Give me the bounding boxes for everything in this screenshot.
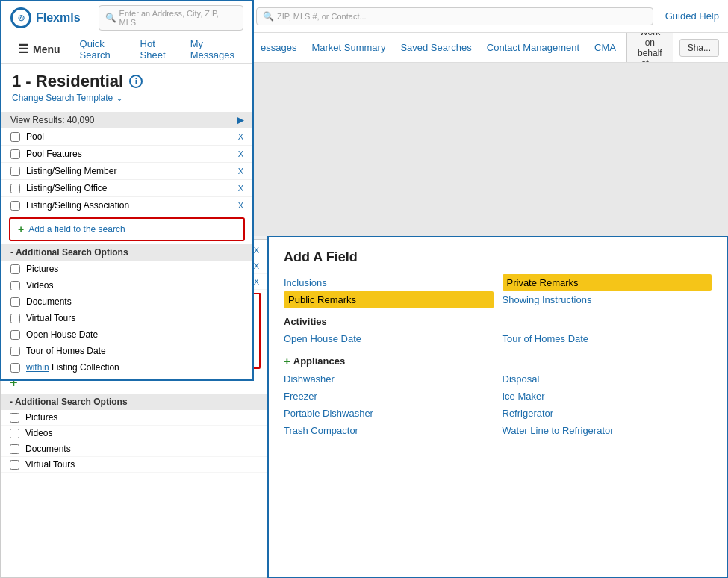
documents-checkbox[interactable] <box>10 297 20 307</box>
panel-title-text: 1 - Residential <box>12 72 123 91</box>
logo-text: Flexmls <box>36 11 81 25</box>
guided-help-link[interactable]: Guided Help <box>665 10 719 22</box>
field-label: Videos <box>25 428 52 438</box>
listing-selling-member-checkbox[interactable] <box>10 167 20 176</box>
videos-checkbox[interactable] <box>10 281 20 290</box>
field-label: Virtual Tours <box>25 459 75 470</box>
dishwasher-item[interactable]: Dishwasher <box>284 370 494 388</box>
sp-additional-options-header: - Additional Search Options <box>1 394 268 410</box>
open-house-date-item[interactable]: Open House Date <box>284 330 494 347</box>
trash-compactor-item[interactable]: Trash Compactor <box>284 422 494 439</box>
work-on-behalf-button[interactable]: Work on behalf of ... <box>626 33 673 63</box>
sp-additional-label: - Additional Search Options <box>10 397 128 407</box>
refrigerator-item[interactable]: Refrigerator <box>503 405 712 422</box>
hot-sheet-link[interactable]: Hot Sheet <box>131 34 178 65</box>
list-item: Videos <box>1 426 268 441</box>
field-name: Listing/Selling Member <box>26 166 235 176</box>
messages-link[interactable]: essages <box>256 39 301 56</box>
info-icon[interactable]: i <box>129 75 143 88</box>
add-field-label: Add a field to the search <box>28 224 125 234</box>
disposal-item[interactable]: Disposal <box>503 370 712 388</box>
table-row: Pool X <box>1 128 252 146</box>
sp-documents-checkbox[interactable] <box>10 444 19 454</box>
field-label: Documents <box>26 296 72 307</box>
listing-selling-office-checkbox[interactable] <box>10 184 20 193</box>
remove-field-icon[interactable]: X <box>235 184 243 193</box>
tr-content-area <box>247 63 728 236</box>
public-remarks-item[interactable]: Public Remarks <box>284 291 494 308</box>
tr-second-nav: essages Market Summary Saved Searches Co… <box>247 33 728 63</box>
listing-selling-assoc-checkbox[interactable] <box>10 201 20 211</box>
tr-search-bar[interactable]: 🔍 ZIP, MLS #, or Contact... <box>256 7 653 25</box>
list-item: Videos <box>1 277 252 293</box>
sp-virtual-tours-checkbox[interactable] <box>10 460 19 470</box>
private-remarks-item[interactable]: Private Remarks <box>503 274 712 291</box>
appliances-col1: Dishwasher Freezer Portable Dishwasher T… <box>284 370 494 439</box>
sp-videos-checkbox[interactable] <box>10 429 19 438</box>
list-item: Pictures <box>1 261 252 277</box>
add-field-top-items: Inclusions Public Remarks Private Remark… <box>284 274 712 308</box>
list-item: within Listing Collection <box>1 359 252 376</box>
quick-search-link[interactable]: Quick Search <box>71 34 128 65</box>
hamburger-icon: ☰ <box>18 42 28 56</box>
activities-section-title: Activities <box>284 316 712 327</box>
list-item: Tour of Homes Date <box>1 343 252 359</box>
pictures-checkbox[interactable] <box>10 264 20 274</box>
list-item: Virtual Tours <box>1 457 268 473</box>
portable-dishwasher-item[interactable]: Portable Dishwasher <box>284 405 494 422</box>
field-name: Pool <box>26 131 235 142</box>
remove-icon[interactable]: X <box>254 246 259 255</box>
panel-title: 1 - Residential i <box>12 72 242 91</box>
field-label: Virtual Tours <box>26 313 75 323</box>
inclusions-item[interactable]: Inclusions <box>284 274 494 291</box>
share-button[interactable]: Sha... <box>679 39 719 57</box>
menu-button[interactable]: ☰ Menu <box>10 37 68 60</box>
listing-collection-label: Listing Collection <box>49 362 119 373</box>
freezer-item[interactable]: Freezer <box>284 388 494 405</box>
add-field-title: Add A Field <box>284 249 712 265</box>
field-label: Pictures <box>25 412 57 423</box>
showing-instructions-item[interactable]: Showing Instructions <box>503 291 712 308</box>
remove-field-icon[interactable]: X <box>235 132 243 141</box>
remove-icon[interactable]: X <box>254 261 259 270</box>
results-label: View Results: 40,090 <box>10 115 95 125</box>
water-line-item[interactable]: Water Line to Refrigerator <box>503 422 712 439</box>
change-template-text: Change Search Template <box>12 93 113 103</box>
remove-field-icon[interactable]: X <box>235 149 243 158</box>
left-panel-top-nav: ◎ Flexmls 🔍 Enter an Address, City, ZIP,… <box>1 1 252 34</box>
top-search-bar[interactable]: 🔍 Enter an Address, City, ZIP, MLS <box>99 5 243 31</box>
table-row: Listing/Selling Office X <box>1 180 252 197</box>
market-summary-link[interactable]: Market Summary <box>307 39 390 56</box>
activities-col2: Tour of Homes Date <box>503 330 712 347</box>
open-house-date-checkbox[interactable] <box>10 330 20 340</box>
pool-checkbox[interactable] <box>10 132 20 142</box>
remove-field-icon[interactable]: X <box>235 201 243 210</box>
virtual-tours-checkbox[interactable] <box>10 314 20 323</box>
my-messages-link[interactable]: My Messages <box>181 34 243 65</box>
remove-icon[interactable]: X <box>254 277 259 286</box>
saved-searches-link[interactable]: Saved Searches <box>396 39 476 56</box>
field-name: Listing/Selling Association <box>26 200 235 211</box>
sp-pictures-checkbox[interactable] <box>10 413 19 423</box>
tour-of-homes-checkbox[interactable] <box>10 347 20 356</box>
appliances-section-title[interactable]: + Appliances <box>284 355 712 367</box>
search-icon: 🔍 <box>263 11 274 22</box>
change-template-link[interactable]: Change Search Template ⌄ <box>12 93 242 103</box>
field-label: Open House Date <box>26 329 98 340</box>
top-right-area: 🔍 ZIP, MLS #, or Contact... Guided Help … <box>246 0 728 236</box>
menu-label: Menu <box>33 43 60 55</box>
results-arrow[interactable]: ▶ <box>237 115 243 125</box>
within-link[interactable]: within <box>26 362 49 373</box>
remove-field-icon[interactable]: X <box>235 167 243 175</box>
add-field-button[interactable]: + Add a field to the search <box>9 217 245 241</box>
tour-of-homes-item[interactable]: Tour of Homes Date <box>503 330 712 347</box>
results-bar: View Results: 40,090 ▶ <box>1 112 252 128</box>
ice-maker-item[interactable]: Ice Maker <box>503 388 712 405</box>
contact-management-link[interactable]: Contact Management <box>482 39 584 56</box>
list-item: Virtual Tours <box>1 310 252 326</box>
left-panel-second-nav: ☰ Menu Quick Search Hot Sheet My Message… <box>1 34 252 64</box>
tr-top-nav: 🔍 ZIP, MLS #, or Contact... Guided Help <box>247 0 728 33</box>
within-listing-checkbox[interactable] <box>10 363 20 373</box>
pool-features-checkbox[interactable] <box>10 149 20 159</box>
cma-link[interactable]: CMA <box>590 39 620 56</box>
